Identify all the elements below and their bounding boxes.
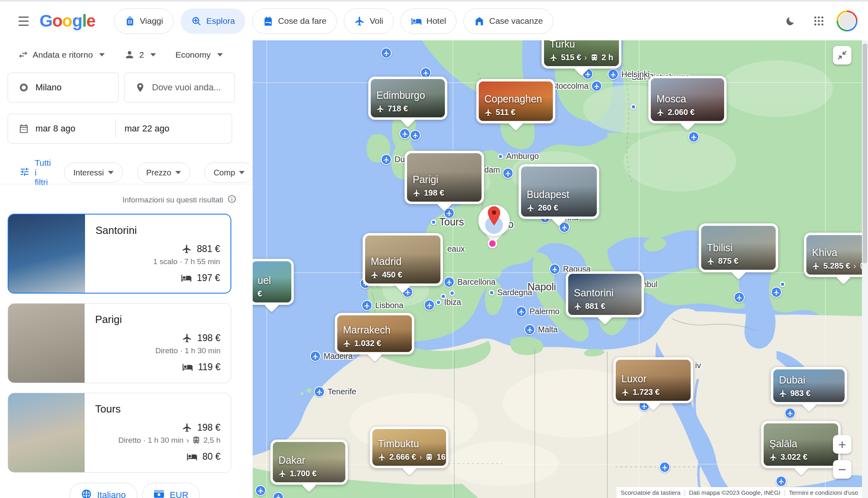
map-card-dubai[interactable]: Dubai983 € xyxy=(771,367,847,404)
map-card-marrakech[interactable]: Marrakech1.032 € xyxy=(335,313,414,354)
map-card-madrid[interactable]: Madrid450 € xyxy=(363,233,443,286)
nav-tab-esplora[interactable]: Esplora xyxy=(181,8,245,34)
city-dot-icon[interactable] xyxy=(436,300,441,305)
return-date-field[interactable]: mar 22 ago xyxy=(116,114,232,143)
nav-tab-viaggi[interactable]: Viaggi xyxy=(114,8,174,34)
scrollbar-thumb[interactable] xyxy=(863,44,867,263)
plane-marker-icon[interactable] xyxy=(361,300,372,311)
nav-tab-case-vacanze[interactable]: Case vacanze xyxy=(463,8,553,34)
chevron-down-icon[interactable] xyxy=(217,53,223,56)
plane-marker-icon[interactable] xyxy=(524,324,535,335)
trip-type-select[interactable]: Andata e ritorno xyxy=(33,50,93,60)
map-card-al-la[interactable]: Şalāla3.022 € xyxy=(761,421,841,468)
map-card-price-row: 881 € xyxy=(574,302,605,311)
zoom-in-button[interactable]: + xyxy=(833,435,851,454)
page-scrollbar[interactable] xyxy=(862,40,868,498)
airport-plane-marker[interactable] xyxy=(785,408,795,419)
depart-date-field[interactable]: mar 8 ago xyxy=(8,114,115,143)
origin-field[interactable]: Milano xyxy=(8,73,118,102)
map-card-parigi[interactable]: Parigi198 € xyxy=(405,151,484,204)
airport-plane-marker[interactable] xyxy=(688,131,699,142)
filter-chip-prezzo[interactable]: Prezzo xyxy=(137,163,190,183)
collapse-map-button[interactable] xyxy=(833,46,851,65)
airport-plane-marker[interactable] xyxy=(410,130,421,141)
language-button[interactable]: Italiano xyxy=(69,483,137,498)
passengers-select[interactable]: 2 xyxy=(139,50,144,60)
zoom-out-button[interactable]: − xyxy=(833,460,851,479)
map-card-luxor[interactable]: Luxor1.723 € xyxy=(613,357,693,403)
map-card-tbilisi[interactable]: Tbilisi875 € xyxy=(699,223,778,272)
result-card-tours[interactable]: Tours198 €Diretto · 1 h 30 min›2,5 h80 € xyxy=(8,393,231,473)
travel-nav-tabs: ViaggiEsploraCose da fareVoliHotelCase v… xyxy=(114,8,553,34)
airport-plane-marker[interactable] xyxy=(771,287,782,298)
filters-row: Tutti i filtri InteressiPrezzoComp xyxy=(0,158,253,187)
city-dot-icon[interactable] xyxy=(431,219,436,225)
attribution-item[interactable]: Scorciatoie da tastiera xyxy=(617,489,684,496)
destination-photo xyxy=(8,304,85,383)
account-avatar[interactable] xyxy=(837,10,858,31)
result-card-parigi[interactable]: Parigi198 €Diretto · 1 h 30 min119 € xyxy=(8,303,231,383)
city-dot-marker[interactable] xyxy=(449,290,455,296)
plane-marker-icon[interactable] xyxy=(549,264,560,275)
map-card-price-row: 260 € xyxy=(527,203,558,213)
city-dot-marker[interactable] xyxy=(631,104,636,110)
info-icon[interactable] xyxy=(227,194,237,206)
nav-tab-hotel[interactable]: Hotel xyxy=(401,8,457,34)
result-card-santorini[interactable]: Santorini881 €1 scalo · 7 h 55 min197 € xyxy=(8,214,231,294)
nav-tab-voli[interactable]: Voli xyxy=(344,8,394,34)
airport-plane-marker[interactable] xyxy=(424,300,435,310)
google-logo[interactable]: Google xyxy=(39,11,96,31)
airport-plane-marker[interactable] xyxy=(381,48,392,58)
airport-plane-marker[interactable] xyxy=(776,476,787,487)
airport-plane-marker[interactable] xyxy=(734,292,745,303)
destination-photo xyxy=(8,393,85,472)
plane-marker-icon[interactable] xyxy=(516,306,527,317)
hotel-price: 80 € xyxy=(202,451,220,462)
filter-chip-comp[interactable]: Comp xyxy=(204,163,253,183)
map-card-budapest[interactable]: Budapest260 € xyxy=(519,164,599,219)
airport-plane-marker[interactable] xyxy=(659,462,670,473)
plane-marker-icon[interactable] xyxy=(381,154,392,165)
map-card-copenaghen[interactable]: Copenaghen511 € xyxy=(476,79,555,123)
cabin-class-select[interactable]: Economy xyxy=(175,50,211,60)
currency-button[interactable]: EUR xyxy=(142,483,200,498)
map-card-turku[interactable]: Turku515 €›2 h xyxy=(542,40,621,69)
airport-plane-marker[interactable] xyxy=(255,485,266,496)
plane-marker-icon[interactable] xyxy=(310,351,321,362)
plane-marker-icon[interactable] xyxy=(591,81,602,92)
all-filters-button[interactable]: Tutti i filtri xyxy=(19,158,51,187)
map-card-mosca[interactable]: Mosca2.060 € xyxy=(648,76,727,123)
results-note-label: Informazioni su questi risultati xyxy=(123,196,223,204)
nav-tab-cose-da-fare[interactable]: Cose da fare xyxy=(252,8,337,34)
plane-marker-icon[interactable] xyxy=(608,69,619,80)
dark-mode-icon[interactable] xyxy=(777,9,801,33)
explore-map[interactable]: + − Scorciatoie da tastieraDati mappa ©2… xyxy=(253,40,862,498)
map-label-stoccolma: Stoccolma xyxy=(551,81,602,92)
dates-field: mar 8 ago mar 22 ago xyxy=(8,114,232,144)
plane-marker-icon[interactable] xyxy=(444,277,455,288)
map-card-timbuktu[interactable]: Timbuktu2.666 €›16 h xyxy=(370,427,449,468)
filter-chip-interessi[interactable]: Interessi xyxy=(64,163,123,183)
flight-icon xyxy=(812,262,820,270)
airport-plane-marker[interactable] xyxy=(503,168,513,179)
plane-marker-icon[interactable] xyxy=(314,386,325,397)
map-card-city: uel xyxy=(257,275,271,286)
map-card-khiva[interactable]: Khiva5.285 €› xyxy=(804,233,862,277)
destination-field[interactable]: Dove vuoi anda... xyxy=(124,73,235,102)
main-menu-button[interactable] xyxy=(9,6,38,35)
calendar-icon xyxy=(19,123,29,134)
airport-plane-marker[interactable] xyxy=(399,128,410,139)
chevron-down-icon[interactable] xyxy=(99,53,105,56)
attribution-item[interactable]: Termini e condizioni d'uso xyxy=(785,489,862,496)
map-card-edimburgo[interactable]: Edimburgo718 € xyxy=(368,77,447,120)
map-card-city: Marrakech xyxy=(343,324,390,336)
destination-placeholder: Dove vuoi anda... xyxy=(152,82,221,93)
chevron-down-icon[interactable] xyxy=(150,53,156,56)
map-card-santorini[interactable]: Santorini881 € xyxy=(566,271,644,317)
city-dot-icon[interactable] xyxy=(489,290,494,296)
map-card-uel[interactable]: uel€ xyxy=(253,259,294,305)
google-apps-icon[interactable] xyxy=(807,9,831,33)
city-dot-marker[interactable] xyxy=(780,281,785,287)
map-card-dakar[interactable]: Dakar1.700 € xyxy=(270,440,348,485)
city-dot-icon[interactable] xyxy=(498,154,503,159)
